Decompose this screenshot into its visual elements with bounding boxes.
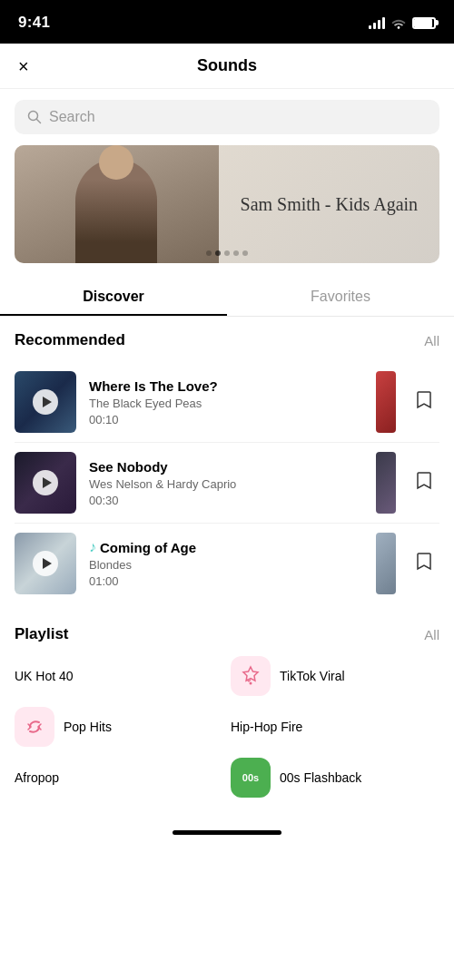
playlist-name-tiktok-viral: TikTok Viral <box>280 669 345 683</box>
play-button-2[interactable] <box>33 470 58 495</box>
banner-dot-4 <box>233 250 239 256</box>
svg-point-2 <box>250 682 252 685</box>
svg-line-1 <box>37 120 41 123</box>
playlist-name-pop-hits: Pop Hits <box>64 720 112 734</box>
track-duration-1: 00:10 <box>89 413 363 426</box>
banner-image <box>15 145 219 263</box>
playlist-grid: UK Hot 40 TikTok Viral <box>15 656 439 798</box>
status-icons <box>369 16 436 29</box>
playlist-name-afropop: Afropop <box>15 770 59 785</box>
status-time: 9:41 <box>18 14 50 32</box>
banner-dot-1 <box>206 250 212 256</box>
track-item-3[interactable]: ♪ Coming of Age Blondes 01:00 <box>15 524 439 603</box>
tiktok-badge: ♪ <box>89 539 96 555</box>
recommended-all[interactable]: All <box>424 333 439 348</box>
page-title: Sounds <box>197 56 257 75</box>
track-duration-2: 00:30 <box>89 494 363 507</box>
playlist-item-pop-hits[interactable]: Pop Hits <box>15 707 223 747</box>
tab-favorites[interactable]: Favorites <box>227 278 454 316</box>
tiktok-viral-icon <box>231 656 271 696</box>
track-item-2[interactable]: See Nobody Wes Nelson & Hardy Caprio 00:… <box>15 443 439 524</box>
bookmark-button-1[interactable] <box>409 383 439 421</box>
track-thumb-3 <box>15 533 76 594</box>
banner-dot-2 <box>215 250 221 256</box>
track-artist-3: Blondes <box>89 558 363 572</box>
track-thumb-2 <box>15 452 76 514</box>
track-item-1[interactable]: Where Is The Love? The Black Eyed Peas 0… <box>15 362 439 443</box>
bookmark-button-2[interactable] <box>409 464 439 502</box>
track-info-2: See Nobody Wes Nelson & Hardy Caprio 00:… <box>89 459 363 507</box>
track-artist-1: The Black Eyed Peas <box>89 397 363 410</box>
search-icon <box>27 110 42 124</box>
home-indicator <box>173 830 281 835</box>
search-placeholder: Search <box>49 109 95 125</box>
track-title-2: See Nobody <box>89 459 363 475</box>
play-button-1[interactable] <box>33 389 58 415</box>
tabs: Discover Favorites <box>0 278 454 316</box>
playlist-header: Playlist All <box>15 625 439 643</box>
playlist-all[interactable]: All <box>424 627 439 642</box>
track-info-3: ♪ Coming of Age Blondes 01:00 <box>89 539 363 588</box>
track-thumb-1 <box>15 371 76 433</box>
playlist-name-00s-flashback: 00s Flashback <box>280 770 361 785</box>
bottom-bar <box>0 819 454 842</box>
play-button-3[interactable] <box>33 551 58 576</box>
search-bar[interactable]: Search <box>15 100 439 134</box>
playlist-item-tiktok-viral[interactable]: TikTok Viral <box>231 656 439 696</box>
pop-hits-icon <box>15 707 54 747</box>
recommended-section: Recommended All Where Is The Love? The B… <box>0 317 454 611</box>
track-title-3: ♪ Coming of Age <box>89 539 363 555</box>
playlist-item-00s-flashback[interactable]: 00s 00s Flashback <box>231 758 439 798</box>
banner-dots <box>206 250 248 256</box>
track-preview-1 <box>376 371 396 433</box>
banner-title: Sam Smith - Kids Again <box>241 192 419 216</box>
battery-icon <box>412 17 436 29</box>
banner-dot-3 <box>224 250 230 256</box>
banner-text: Sam Smith - Kids Again <box>219 145 439 263</box>
playlist-item-afropop[interactable]: Afropop <box>15 758 223 798</box>
wifi-icon <box>390 16 407 29</box>
close-button[interactable]: × <box>15 52 33 80</box>
bookmark-button-3[interactable] <box>409 544 439 583</box>
track-title-1: Where Is The Love? <box>89 378 363 394</box>
playlist-item-hiphop-fire[interactable]: Hip-Hop Fire <box>231 707 439 747</box>
playlist-name-hiphop-fire: Hip-Hop Fire <box>231 720 302 734</box>
banner-person <box>75 159 157 263</box>
search-container: Search <box>0 89 454 145</box>
playlist-name-uk-hot-40: UK Hot 40 <box>15 669 74 683</box>
recommended-title: Recommended <box>15 331 125 349</box>
track-duration-3: 01:00 <box>89 574 363 588</box>
signal-icon <box>369 16 385 29</box>
header: × Sounds <box>0 44 454 89</box>
track-preview-3 <box>376 533 396 594</box>
track-info-1: Where Is The Love? The Black Eyed Peas 0… <box>89 378 363 426</box>
playlist-section: Playlist All UK Hot 40 TikTok Viral <box>0 611 454 812</box>
track-artist-2: Wes Nelson & Hardy Caprio <box>89 477 363 491</box>
status-bar: 9:41 <box>0 0 454 44</box>
banner-dot-5 <box>242 250 248 256</box>
playlist-title: Playlist <box>15 625 69 643</box>
banner[interactable]: Sam Smith - Kids Again <box>15 145 439 263</box>
track-preview-2 <box>376 452 396 514</box>
recommended-header: Recommended All <box>15 331 439 349</box>
playlist-item-uk-hot-40[interactable]: UK Hot 40 <box>15 656 223 696</box>
tab-discover[interactable]: Discover <box>0 278 227 316</box>
00s-flashback-icon: 00s <box>231 758 271 798</box>
